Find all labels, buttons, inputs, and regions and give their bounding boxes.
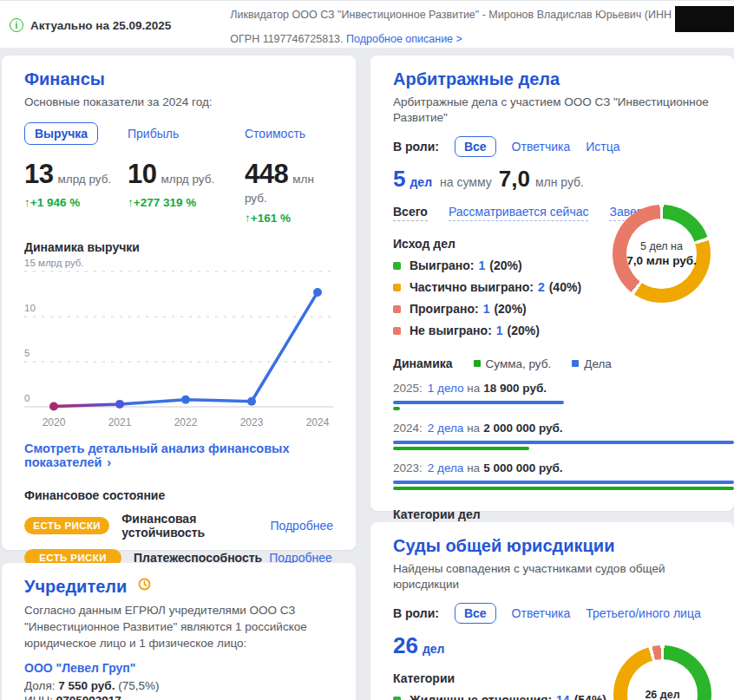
outcome-won: Выиграно: 1 (20%) (393, 258, 610, 272)
founders-description: Согласно данным ЕГРЮЛ учредителями ООО С… (24, 602, 333, 651)
svg-text:2021: 2021 (108, 416, 132, 429)
actuality-banner: i Актуально на 25.09.2025 Ликвидатор ООО… (0, 0, 734, 48)
risk-badge: ЕСТЬ РИСКИ (24, 517, 109, 534)
state-row-stability: ЕСТЬ РИСКИ Финансовая устойчивость Подро… (24, 512, 333, 540)
sum-bar (393, 407, 400, 410)
role-defendant[interactable]: Ответчика (512, 606, 571, 620)
svg-text:0: 0 (24, 393, 29, 403)
svg-text:2023: 2023 (240, 416, 264, 429)
chevron-right-icon: › (107, 455, 111, 469)
outcome-partially-won: Частично выиграно: 2 (40%) (393, 280, 610, 294)
arbitration-title: Арбитражные дела (393, 69, 711, 89)
role-all[interactable]: Все (455, 136, 496, 157)
legend-square (393, 284, 401, 291)
finance-card: Финансы Основные показатели за 2024 год:… (2, 56, 356, 550)
courts-cases-count: 26 (393, 632, 418, 659)
redaction-box (675, 6, 734, 32)
arbitration-role-filter: В роли: Все Ответчика Истца (393, 136, 711, 157)
cases-bar (393, 441, 734, 444)
clock-icon (138, 578, 151, 594)
financial-state-title: Финансовое состояние (24, 488, 333, 502)
legend-square (393, 262, 401, 270)
metric-revenue-value: 13 (24, 159, 53, 189)
founders-title: Учредители (24, 577, 127, 596)
role-defendant[interactable]: Ответчика (512, 140, 571, 154)
metric-value-value: 448 (245, 159, 288, 189)
year-cases-link[interactable]: 1 дело (428, 382, 464, 395)
arbitration-card: Арбитражные дела Арбитражные дела с учас… (370, 56, 734, 511)
year-row-2024: 2024:2 дела на2 000 000 руб. (393, 422, 711, 450)
cases-bar (393, 401, 564, 404)
legend-square (393, 305, 401, 313)
metric-revenue: 13млрд руб. ↑+1 946 % (24, 159, 128, 225)
year-row-2023: 2023:2 дела на5 000 000 руб. (393, 461, 711, 490)
year-cases-link[interactable]: 2 дела (428, 461, 464, 474)
cases-bar (393, 481, 734, 484)
finance-detail-link[interactable]: Смотреть детальный анализ финансовых пок… (24, 442, 333, 469)
metric-profit-value: 10 (128, 159, 156, 189)
courts-subtitle: Найдены совпадения с участниками судов о… (393, 561, 711, 592)
legend-cases: Дела (567, 357, 612, 370)
cases-count: 5 (393, 166, 405, 193)
legend-square (393, 327, 401, 335)
metric-profit: 10млрд руб. ↑+277 319 % (128, 159, 245, 225)
legend-sum: Сумма, руб. (469, 357, 552, 370)
finance-title: Финансы (24, 69, 333, 89)
metric-value-change: ↑+161 % (245, 212, 333, 225)
metric-revenue-change: ↑+1 946 % (24, 196, 128, 209)
full-description-link[interactable]: Подробное описание > (346, 33, 462, 45)
metric-profit-change: ↑+277 319 % (128, 196, 245, 209)
svg-text:2024: 2024 (306, 416, 330, 429)
sum-bar (393, 447, 529, 450)
cases-sum: 7,0 (499, 166, 530, 193)
finance-tabs: Выручка Прибыль Стоимость (24, 122, 333, 145)
courts-title: Суды общей юрисдикции (393, 536, 711, 556)
svg-text:10: 10 (24, 303, 36, 313)
tab-profit[interactable]: Прибыль (128, 127, 179, 141)
company-profile-page: i Актуально на 25.09.2025 Ликвидатор ООО… (0, 0, 734, 700)
svg-text:5: 5 (24, 348, 29, 358)
metric-profit-unit: млрд руб. (161, 173, 214, 186)
svg-text:15 млрд руб.: 15 млрд руб. (24, 258, 84, 268)
svg-text:2020: 2020 (43, 416, 66, 429)
liquidator-text-before: Ликвидатор ООО СЗ "Инвестиционное Развит… (230, 8, 672, 23)
tab-in-progress[interactable]: Рассматривается сейчас (449, 205, 589, 221)
legend-square (393, 697, 401, 700)
arbitration-donut-chart: 5 дел на 7,0 млн руб. (613, 205, 711, 303)
year-cases-link[interactable]: 2 дела (428, 422, 464, 435)
revenue-chart-title: Динамика выручки (24, 240, 333, 254)
role-third-party[interactable]: Третьего/иного лица (586, 606, 700, 620)
revenue-line-chart: 15 млрд руб.105020202021202220232024 (24, 254, 333, 438)
outcome-not-won: Не выиграно: 1 (20%) (393, 324, 610, 337)
tab-total[interactable]: Всего (393, 205, 428, 221)
case-categories-title: Категории дел (393, 507, 711, 521)
tab-revenue[interactable]: Выручка (24, 122, 98, 145)
role-plaintiff[interactable]: Истца (586, 140, 619, 154)
founder-company-link[interactable]: ООО "Левел Груп" (24, 661, 333, 675)
tab-value[interactable]: Стоимость (245, 127, 305, 141)
role-all[interactable]: Все (455, 603, 496, 624)
finance-subtitle: Основные показатели за 2024 год: (24, 95, 333, 110)
sum-bar (393, 487, 734, 490)
year-row-2025: 2025:1 дело на18 900 руб. (393, 382, 711, 410)
role-label: В роли: (393, 140, 439, 154)
legend-square (474, 360, 481, 367)
courts-role-filter: В роли: Все Ответчика Третьего/иного лиц… (393, 603, 711, 624)
liquidator-description: Ликвидатор ООО СЗ "Инвестиционное Развит… (230, 8, 734, 47)
arbitration-subtitle: Арбитражные дела с участием ООО СЗ "Инве… (393, 95, 711, 126)
outcome-lost: Проиграно: 1 (20%) (393, 302, 610, 316)
metric-value: 448млн руб. ↑+161 % (245, 159, 333, 225)
svg-text:2022: 2022 (174, 416, 198, 429)
state-label: Финансовая устойчивость (121, 512, 263, 540)
info-icon: i (10, 18, 23, 32)
founder-company-inn: ИНН: 9705093917 (24, 694, 333, 700)
dynamics-header: Динамика Сумма, руб. Дела (393, 357, 711, 370)
arbitration-count-row: 5 дел на сумму 7,0 млн руб. (393, 166, 711, 193)
courts-card: Суды общей юрисдикции Найдены совпадения… (370, 522, 734, 700)
founder-company-share: Доля: 7 550 руб. (75,5%) (24, 679, 333, 692)
metric-revenue-unit: млрд руб. (57, 173, 111, 186)
founders-card: Учредители Согласно данным ЕГРЮЛ учредит… (2, 563, 356, 700)
ogrn-text: ОГРН 1197746725813. (230, 33, 343, 45)
state-more-link[interactable]: Подробнее (270, 519, 333, 533)
actuality-date: Актуально на 25.09.2025 (30, 19, 171, 32)
